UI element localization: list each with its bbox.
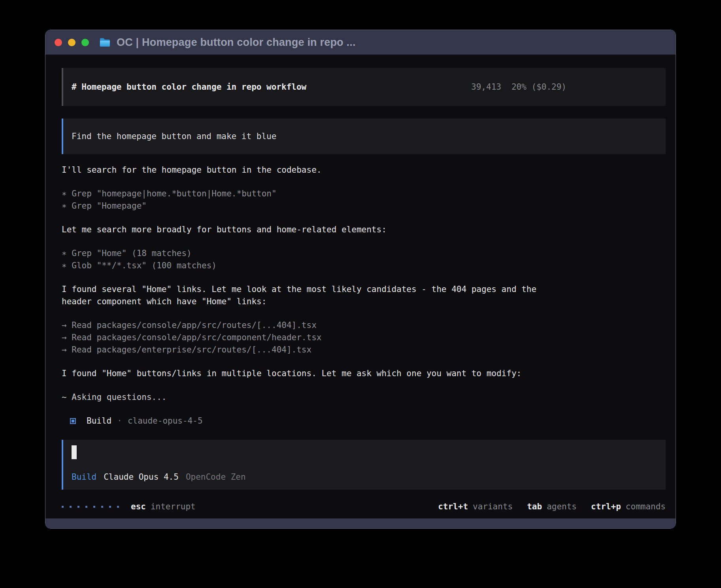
assistant-paragraph: I found several "Home" links. Let me loo… xyxy=(62,283,556,308)
user-message-text: Find the homepage button and make it blu… xyxy=(72,130,276,143)
zoom-button[interactable] xyxy=(81,39,89,46)
terminal-window: OC | Homepage button color change in rep… xyxy=(45,30,676,529)
token-count: 39,413 xyxy=(471,81,501,93)
window-title: OC | Homepage button color change in rep… xyxy=(117,36,356,49)
titlebar: OC | Homepage button color change in rep… xyxy=(45,30,676,55)
close-button[interactable] xyxy=(55,39,62,46)
terminal-content: # Homepage button color change in repo w… xyxy=(45,55,676,518)
session-header: # Homepage button color change in repo w… xyxy=(62,68,666,106)
tool-call-read: → Read packages/console/app/src/routes/[… xyxy=(62,319,556,332)
prompt-input[interactable]: Build Claude Opus 4.5 OpenCode Zen xyxy=(62,440,666,490)
assistant-paragraph: Let me search more broadly for buttons a… xyxy=(62,224,556,236)
tool-call-grep: ∗ Grep "homepage|home.*button|Home.*butt… xyxy=(62,188,556,200)
agent-name: Build xyxy=(87,415,111,427)
input-model-provider: OpenCode Zen xyxy=(186,471,246,483)
assistant-paragraph: I found "Home" buttons/links in multiple… xyxy=(62,368,556,380)
agent-status-icon xyxy=(70,418,76,424)
traffic-lights xyxy=(55,39,89,46)
tool-call-glob: ∗ Glob "**/*.tsx" (100 matches) xyxy=(62,260,556,272)
tool-call-list: → Read packages/console/app/src/routes/[… xyxy=(62,319,556,356)
hint-commands: ctrl+p commands xyxy=(591,501,666,513)
minimize-button[interactable] xyxy=(68,39,75,46)
folder-icon xyxy=(99,38,111,47)
user-message: Find the homepage button and make it blu… xyxy=(62,119,666,154)
tool-call-list: ∗ Grep "Home" (18 matches) ∗ Glob "**/*.… xyxy=(62,247,556,272)
session-title: # Homepage button color change in repo w… xyxy=(72,81,306,93)
esc-key: esc xyxy=(131,501,146,513)
working-status-line: ~ Asking questions... xyxy=(62,391,556,403)
session-stats: 39,413 20% ($0.29) xyxy=(471,81,566,93)
tool-call-grep: ∗ Grep "Homepage" xyxy=(62,200,556,212)
tool-call-read: → Read packages/console/app/src/componen… xyxy=(62,332,556,344)
separator-dot: · xyxy=(117,415,122,427)
tool-call-read: → Read packages/enterprise/src/routes/[.… xyxy=(62,344,556,356)
tool-call-list: ∗ Grep "homepage|home.*button|Home.*butt… xyxy=(62,188,556,212)
hint-variants: ctrl+t variants xyxy=(438,501,513,513)
agent-model-status: Build · claude-opus-4-5 xyxy=(62,415,666,427)
hint-agents: tab agents xyxy=(527,501,577,513)
assistant-paragraph: I'll search for the homepage button in t… xyxy=(62,164,556,176)
context-cost: 20% ($0.29) xyxy=(511,81,566,93)
model-row: Build Claude Opus 4.5 OpenCode Zen xyxy=(72,471,657,483)
esc-hint: interrupt xyxy=(151,501,196,513)
input-agent-badge[interactable]: Build xyxy=(72,471,96,483)
window-bottom-strip xyxy=(45,518,676,528)
input-model-name: Claude Opus 4.5 xyxy=(104,471,179,483)
model-id: claude-opus-4-5 xyxy=(128,415,203,427)
tool-call-grep: ∗ Grep "Home" (18 matches) xyxy=(62,247,556,260)
status-bar: esc interrupt ctrl+t variants tab agents… xyxy=(62,501,666,513)
text-cursor xyxy=(72,445,77,459)
spinner-dots xyxy=(62,506,119,508)
